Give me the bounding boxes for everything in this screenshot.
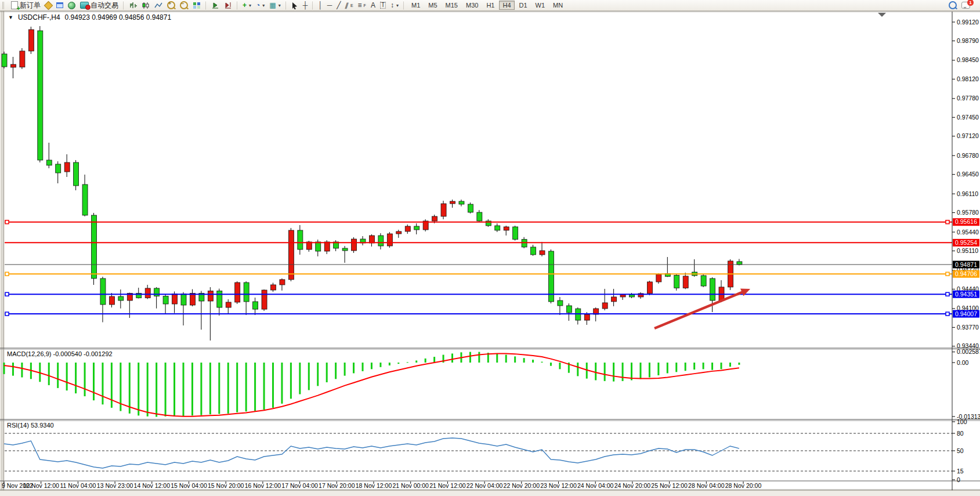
candle (342, 248, 348, 251)
macd-bar (711, 363, 713, 370)
templates-button[interactable]: ▦▾ (267, 1, 282, 10)
candle (602, 303, 607, 309)
line-handle[interactable] (946, 312, 949, 316)
horizontal-line-tool-button[interactable]: ─ (326, 1, 334, 10)
autotrading-button[interactable]: 自动交易 (78, 1, 120, 10)
periods-button[interactable]: ◔▾ (254, 1, 266, 10)
timeframe-MN[interactable]: MN (549, 1, 566, 10)
arrows-tool-button[interactable]: ↕▾ (389, 1, 400, 10)
candle (288, 230, 294, 280)
new-order-label: 新订单 (20, 1, 41, 10)
line-handle[interactable] (946, 272, 949, 276)
macd-bar (299, 363, 301, 394)
candle (235, 283, 240, 302)
timeframe-D1[interactable]: D1 (516, 1, 531, 10)
macd-bar (57, 363, 59, 388)
line-handle[interactable] (946, 220, 949, 224)
cursor-tool-button[interactable] (290, 1, 300, 10)
timeframe-M15[interactable]: M15 (442, 1, 461, 10)
macd-bar (281, 363, 283, 404)
zoom-out-button[interactable]: − (178, 1, 190, 10)
auto-scroll-icon (211, 2, 219, 9)
line-handle[interactable] (5, 312, 9, 316)
candle (56, 164, 61, 173)
price-label-text: 0.95254 (955, 239, 977, 246)
timeframe-M30[interactable]: M30 (462, 1, 482, 10)
candle (28, 30, 34, 51)
toolbar-separator (237, 2, 238, 9)
text-tool-button[interactable]: A (369, 1, 377, 10)
zoom-in-button[interactable]: + (165, 1, 177, 10)
candlestick-chart-button[interactable] (140, 1, 151, 10)
line-handle[interactable] (5, 220, 9, 224)
text-label-tool-button[interactable]: T (378, 1, 388, 10)
timeframe-M5[interactable]: M5 (425, 1, 440, 10)
auto-scroll-button[interactable] (209, 1, 221, 10)
time-axis[interactable]: 9 Nov 202210 Nov 12:0011 Nov 04:0013 Nov… (2, 481, 761, 489)
candle (656, 274, 661, 282)
candle (100, 278, 106, 305)
search-icon (949, 1, 957, 9)
window-menu-triangle-icon[interactable]: ▼ (8, 15, 13, 20)
notifications-button[interactable]: 1 (960, 1, 972, 10)
trendline-tool-button[interactable]: ╱ (335, 1, 342, 10)
mql-button[interactable] (44, 1, 53, 10)
vertical-line-tool-button[interactable]: │ (316, 1, 324, 10)
price-label-text: 0.95616 (955, 218, 977, 225)
candle (92, 215, 97, 278)
time-tick-label: 22 Nov 04:00 (467, 482, 503, 489)
search-button[interactable] (947, 1, 959, 10)
new-order-button[interactable]: + 新订单 (9, 1, 42, 10)
candle (459, 201, 464, 204)
line-handle[interactable] (5, 272, 9, 276)
timeframe-M1[interactable]: M1 (408, 1, 424, 10)
candle (298, 230, 303, 249)
macd-bar (667, 363, 668, 373)
timeframe-W1[interactable]: W1 (532, 1, 549, 10)
horizontal-line-icon: ─ (327, 2, 332, 9)
price-tick-label: 0.98790 (957, 37, 979, 44)
line-handle[interactable] (5, 292, 9, 296)
macd-bar (721, 363, 722, 369)
time-tick-label: 28 Nov 04:00 (688, 482, 725, 489)
macd-bar (532, 360, 534, 363)
macd-bar (559, 363, 560, 369)
market-watch-button[interactable] (55, 1, 65, 10)
rsi-axis-label: 80 (957, 430, 964, 437)
arrows-icon: ↕ (390, 2, 394, 9)
bar-chart-button[interactable] (127, 1, 139, 10)
macd-axis-label: 0.002587 (957, 348, 980, 355)
candle (432, 216, 437, 221)
chart-shift-button[interactable] (222, 1, 234, 10)
line-handle[interactable] (946, 292, 949, 296)
time-tick-label: 14 Nov 12:00 (134, 482, 171, 489)
clock-icon: ◔ (256, 2, 260, 9)
channel-tool-button[interactable]: ∥E (343, 1, 355, 10)
trendline-icon: ╱ (337, 2, 341, 9)
candle (468, 204, 473, 212)
fibonacci-tool-button[interactable]: ≡F (356, 1, 368, 10)
rsi-indicator-label: RSI(14) 53.9340 (7, 422, 54, 429)
tile-windows-button[interactable] (191, 1, 202, 10)
price-tick-label: 0.99120 (957, 19, 979, 26)
macd-bar (3, 363, 5, 374)
chevron-down-icon: ▾ (279, 3, 281, 8)
timeframe-H4[interactable]: H4 (499, 1, 514, 10)
macd-bar (290, 363, 292, 399)
toolbar-grip[interactable] (2, 2, 7, 9)
line-chart-button[interactable] (153, 1, 164, 10)
timeframe-H1[interactable]: H1 (483, 1, 498, 10)
candle (118, 296, 124, 301)
candle (369, 236, 374, 243)
macd-bar (622, 363, 624, 381)
macd-bar (451, 353, 453, 363)
crosshair-tool-button[interactable]: ┼ (301, 1, 310, 10)
macd-bar (173, 363, 175, 416)
news-feed-button[interactable] (66, 1, 77, 10)
candle (280, 280, 285, 285)
candle (244, 283, 249, 302)
rsi-axis-label: 100 (957, 418, 967, 425)
macd-bar (379, 363, 381, 367)
candle (109, 296, 114, 305)
indicators-button[interactable]: +▾ (241, 1, 253, 10)
